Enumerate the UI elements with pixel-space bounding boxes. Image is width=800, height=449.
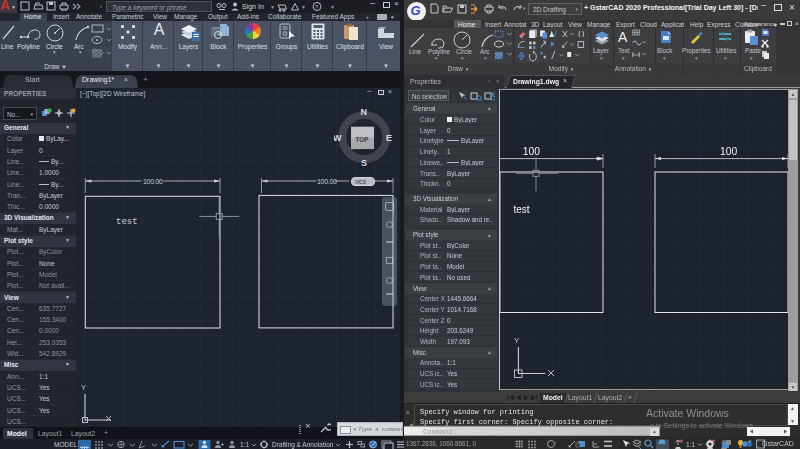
svg-text:E: E	[386, 133, 392, 143]
svg-text:100: 100	[523, 146, 540, 157]
svg-text:100.00: 100.00	[143, 178, 163, 185]
svg-text:W: W	[334, 133, 342, 143]
svg-text:Y: Y	[81, 383, 86, 392]
svg-text:100: 100	[720, 146, 737, 157]
svg-text:1:1: 1:1	[240, 441, 249, 448]
svg-text:S: S	[361, 158, 367, 167]
svg-text:1:1: 1:1	[686, 440, 695, 447]
svg-text:100.00: 100.00	[317, 178, 337, 185]
svg-text:N: N	[361, 107, 368, 117]
svg-text:TOP: TOP	[356, 136, 369, 143]
svg-text:Y: Y	[514, 336, 520, 345]
svg-text:Drafting & Annotation: Drafting & Annotation	[272, 441, 334, 449]
svg-text:?: ?	[315, 4, 319, 10]
